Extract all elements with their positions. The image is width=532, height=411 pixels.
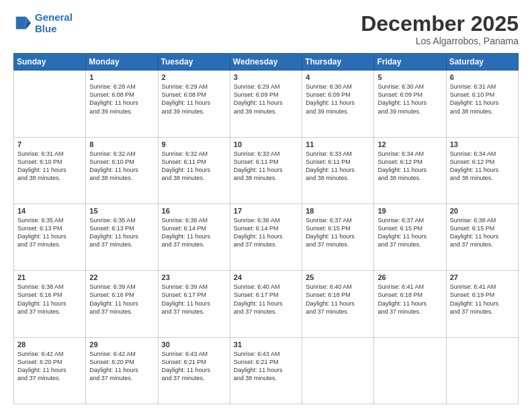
- day-number: 13: [450, 140, 515, 148]
- calendar-week-row: 1Sunrise: 6:28 AM Sunset: 6:08 PM Daylig…: [14, 71, 519, 137]
- svg-marker-1: [26, 23, 31, 29]
- day-number: 6: [450, 73, 515, 81]
- calendar-cell: 29Sunrise: 6:42 AM Sunset: 6:20 PM Dayli…: [86, 337, 158, 404]
- day-number: 11: [306, 140, 370, 148]
- day-number: 26: [378, 273, 442, 281]
- day-number: 9: [162, 140, 226, 148]
- day-info: Sunrise: 6:31 AM Sunset: 6:10 PM Dayligh…: [17, 150, 82, 183]
- day-info: Sunrise: 6:41 AM Sunset: 6:19 PM Dayligh…: [450, 283, 515, 316]
- day-info: Sunrise: 6:40 AM Sunset: 6:17 PM Dayligh…: [234, 283, 298, 316]
- day-number: 21: [17, 273, 82, 281]
- logo-general: General: [35, 11, 73, 23]
- calendar-table: SundayMondayTuesdayWednesdayThursdayFrid…: [13, 53, 519, 404]
- calendar-header-row: SundayMondayTuesdayWednesdayThursdayFrid…: [14, 54, 519, 71]
- day-number: 16: [162, 207, 226, 215]
- calendar-cell: 9Sunrise: 6:32 AM Sunset: 6:11 PM Daylig…: [158, 137, 230, 203]
- calendar-week-row: 21Sunrise: 6:38 AM Sunset: 6:16 PM Dayli…: [14, 271, 519, 337]
- day-number: 7: [17, 140, 82, 148]
- title-block: December 2025 Los Algarrobos, Panama: [361, 12, 519, 46]
- calendar-cell: 30Sunrise: 6:43 AM Sunset: 6:21 PM Dayli…: [158, 337, 230, 404]
- day-number: 8: [89, 140, 154, 148]
- day-info: Sunrise: 6:34 AM Sunset: 6:12 PM Dayligh…: [450, 150, 515, 183]
- month-title: December 2025: [361, 12, 519, 36]
- day-number: 4: [306, 73, 370, 81]
- day-number: 14: [17, 207, 82, 215]
- day-info: Sunrise: 6:37 AM Sunset: 6:15 PM Dayligh…: [306, 216, 370, 249]
- day-number: 19: [378, 207, 442, 215]
- day-info: Sunrise: 6:36 AM Sunset: 6:14 PM Dayligh…: [234, 216, 298, 249]
- day-info: Sunrise: 6:40 AM Sunset: 6:18 PM Dayligh…: [306, 283, 370, 316]
- day-number: 22: [89, 273, 154, 281]
- calendar-cell: 16Sunrise: 6:36 AM Sunset: 6:14 PM Dayli…: [158, 203, 230, 270]
- calendar-cell: 7Sunrise: 6:31 AM Sunset: 6:10 PM Daylig…: [14, 137, 86, 203]
- calendar-cell: 17Sunrise: 6:36 AM Sunset: 6:14 PM Dayli…: [230, 203, 302, 270]
- calendar-cell: 5Sunrise: 6:30 AM Sunset: 6:09 PM Daylig…: [374, 71, 446, 137]
- day-info: Sunrise: 6:42 AM Sunset: 6:20 PM Dayligh…: [17, 350, 82, 383]
- day-info: Sunrise: 6:30 AM Sunset: 6:09 PM Dayligh…: [378, 83, 442, 116]
- calendar-cell: 20Sunrise: 6:38 AM Sunset: 6:15 PM Dayli…: [446, 203, 518, 270]
- day-number: 5: [378, 73, 442, 81]
- day-info: Sunrise: 6:32 AM Sunset: 6:11 PM Dayligh…: [162, 150, 226, 183]
- day-info: Sunrise: 6:43 AM Sunset: 6:21 PM Dayligh…: [162, 350, 226, 383]
- day-info: Sunrise: 6:42 AM Sunset: 6:20 PM Dayligh…: [89, 350, 154, 383]
- day-info: Sunrise: 6:32 AM Sunset: 6:10 PM Dayligh…: [89, 150, 154, 183]
- logo-text: General Blue: [35, 12, 73, 34]
- day-number: 27: [450, 273, 515, 281]
- logo: General Blue: [13, 12, 73, 34]
- calendar-cell: 28Sunrise: 6:42 AM Sunset: 6:20 PM Dayli…: [14, 337, 86, 404]
- day-number: 31: [234, 340, 298, 349]
- calendar-cell: 26Sunrise: 6:41 AM Sunset: 6:18 PM Dayli…: [374, 271, 446, 337]
- day-number: 3: [234, 73, 298, 81]
- day-info: Sunrise: 6:30 AM Sunset: 6:09 PM Dayligh…: [306, 83, 370, 116]
- calendar-cell: 31Sunrise: 6:43 AM Sunset: 6:21 PM Dayli…: [230, 337, 302, 404]
- day-info: Sunrise: 6:39 AM Sunset: 6:17 PM Dayligh…: [162, 283, 226, 316]
- day-info: Sunrise: 6:29 AM Sunset: 6:09 PM Dayligh…: [234, 83, 298, 116]
- day-info: Sunrise: 6:33 AM Sunset: 6:11 PM Dayligh…: [306, 150, 370, 183]
- day-number: 17: [234, 207, 298, 215]
- day-info: Sunrise: 6:38 AM Sunset: 6:15 PM Dayligh…: [450, 216, 515, 249]
- day-number: 20: [450, 207, 515, 215]
- logo-blue: Blue: [35, 23, 57, 34]
- calendar-cell: 27Sunrise: 6:41 AM Sunset: 6:19 PM Dayli…: [446, 271, 518, 337]
- calendar-cell: 11Sunrise: 6:33 AM Sunset: 6:11 PM Dayli…: [302, 137, 374, 203]
- day-info: Sunrise: 6:31 AM Sunset: 6:10 PM Dayligh…: [450, 83, 515, 116]
- day-info: Sunrise: 6:35 AM Sunset: 6:13 PM Dayligh…: [89, 216, 154, 249]
- calendar-cell: [374, 337, 446, 404]
- day-info: Sunrise: 6:36 AM Sunset: 6:14 PM Dayligh…: [162, 216, 226, 249]
- calendar-week-row: 28Sunrise: 6:42 AM Sunset: 6:20 PM Dayli…: [14, 337, 519, 404]
- calendar-cell: 22Sunrise: 6:39 AM Sunset: 6:16 PM Dayli…: [86, 271, 158, 337]
- calendar-cell: 6Sunrise: 6:31 AM Sunset: 6:10 PM Daylig…: [446, 71, 518, 137]
- calendar-day-header: Monday: [86, 54, 158, 71]
- header: General Blue December 2025 Los Algarrobo…: [13, 12, 519, 46]
- location: Los Algarrobos, Panama: [361, 36, 519, 46]
- calendar-cell: 2Sunrise: 6:29 AM Sunset: 6:08 PM Daylig…: [158, 71, 230, 137]
- day-number: 2: [162, 73, 226, 81]
- calendar-cell: 21Sunrise: 6:38 AM Sunset: 6:16 PM Dayli…: [14, 271, 86, 337]
- calendar-cell: 8Sunrise: 6:32 AM Sunset: 6:10 PM Daylig…: [86, 137, 158, 203]
- day-info: Sunrise: 6:37 AM Sunset: 6:15 PM Dayligh…: [378, 216, 442, 249]
- calendar-day-header: Thursday: [302, 54, 374, 71]
- calendar-cell: 19Sunrise: 6:37 AM Sunset: 6:15 PM Dayli…: [374, 203, 446, 270]
- calendar-cell: 25Sunrise: 6:40 AM Sunset: 6:18 PM Dayli…: [302, 271, 374, 337]
- day-info: Sunrise: 6:41 AM Sunset: 6:18 PM Dayligh…: [378, 283, 442, 316]
- calendar-cell: 14Sunrise: 6:35 AM Sunset: 6:13 PM Dayli…: [14, 203, 86, 270]
- page: General Blue December 2025 Los Algarrobo…: [0, 0, 532, 411]
- day-number: 29: [89, 340, 154, 349]
- day-info: Sunrise: 6:35 AM Sunset: 6:13 PM Dayligh…: [17, 216, 82, 249]
- logo-icon: [13, 14, 32, 33]
- day-number: 10: [234, 140, 298, 148]
- day-info: Sunrise: 6:29 AM Sunset: 6:08 PM Dayligh…: [162, 83, 226, 116]
- day-number: 1: [89, 73, 154, 81]
- day-number: 12: [378, 140, 442, 148]
- day-info: Sunrise: 6:43 AM Sunset: 6:21 PM Dayligh…: [234, 350, 298, 383]
- calendar-day-header: Friday: [374, 54, 446, 71]
- calendar-cell: 23Sunrise: 6:39 AM Sunset: 6:17 PM Dayli…: [158, 271, 230, 337]
- day-number: 24: [234, 273, 298, 281]
- day-number: 25: [306, 273, 370, 281]
- calendar-day-header: Sunday: [14, 54, 86, 71]
- day-number: 18: [306, 207, 370, 215]
- calendar-week-row: 14Sunrise: 6:35 AM Sunset: 6:13 PM Dayli…: [14, 203, 519, 270]
- calendar-week-row: 7Sunrise: 6:31 AM Sunset: 6:10 PM Daylig…: [14, 137, 519, 203]
- svg-rect-2: [16, 16, 26, 29]
- calendar-cell: 24Sunrise: 6:40 AM Sunset: 6:17 PM Dayli…: [230, 271, 302, 337]
